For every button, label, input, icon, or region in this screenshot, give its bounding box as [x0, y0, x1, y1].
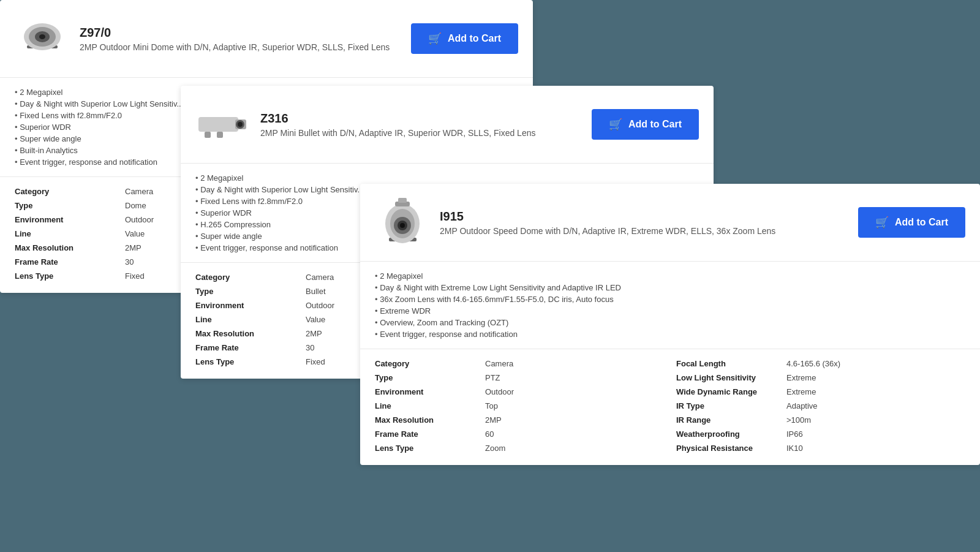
- feature-item: 2 Megapixel: [195, 173, 699, 183]
- spec-label: Max Resolution: [375, 415, 473, 425]
- bullet-camera-icon: [195, 106, 251, 143]
- ptz-camera-icon: [377, 192, 429, 253]
- add-to-cart-button-z316[interactable]: 🛒 Add to Cart: [592, 109, 699, 140]
- feature-item: 36x Zoom Lens with f4.6-165.6mm/F1.55-F5…: [375, 295, 965, 304]
- product-info-z97: Z97/0 2MP Outdoor Mini Dome with D/N, Ad…: [80, 26, 401, 52]
- product-description-z316: 2MP Mini Bullet with D/N, Adaptive IR, S…: [260, 128, 582, 138]
- spec-value: 4.6-165.6 (36x): [786, 359, 965, 368]
- cart-icon-z316: 🛒: [609, 118, 622, 131]
- spec-value: Adaptive: [786, 401, 965, 410]
- spec-label: Environment: [375, 387, 473, 396]
- spec-label: Physical Resistance: [676, 444, 774, 453]
- svg-rect-6: [198, 117, 238, 132]
- spec-label: Lens Type: [375, 444, 473, 453]
- spec-label: Type: [375, 373, 473, 382]
- product-model-z316: Z316: [260, 112, 582, 126]
- svg-rect-11: [217, 132, 223, 138]
- spec-label: Category: [375, 359, 473, 368]
- features-list-i915: 2 Megapixel Day & Night with Extreme Low…: [360, 262, 980, 349]
- add-to-cart-label-z316: Add to Cart: [628, 119, 682, 130]
- spec-label: IR Type: [676, 401, 774, 410]
- spec-label: Type: [195, 287, 293, 296]
- product-header-z316: Z316 2MP Mini Bullet with D/N, Adaptive …: [181, 86, 714, 164]
- feature-item: Event trigger, response and notification: [375, 330, 965, 339]
- spec-label: Line: [195, 315, 293, 324]
- feature-item: Day & Night with Extreme Low Light Sensi…: [375, 283, 965, 292]
- spec-label: Frame Rate: [195, 343, 293, 352]
- spec-label: Weatherproofing: [676, 429, 774, 439]
- feature-item: Extreme WDR: [375, 306, 965, 316]
- spec-value: Top: [485, 401, 664, 410]
- spec-label: Environment: [15, 215, 113, 224]
- add-to-cart-label-i915: Add to Cart: [895, 217, 948, 228]
- spec-label: Environment: [195, 301, 293, 310]
- cart-icon-i915: 🛒: [875, 216, 889, 229]
- spec-label: Category: [195, 273, 293, 282]
- svg-point-9: [238, 122, 243, 127]
- spec-value: 60: [485, 429, 664, 439]
- spec-value: Camera: [485, 359, 664, 368]
- product-info-i915: I915 2MP Outdoor Speed Dome with D/N, Ad…: [440, 210, 848, 236]
- spec-label: Max Resolution: [15, 243, 113, 252]
- product-image-i915: [375, 195, 430, 250]
- spec-label: Category: [15, 187, 113, 196]
- spec-label: Low Light Sensitivity: [676, 373, 774, 382]
- spec-value: IP66: [786, 429, 965, 439]
- spec-label: Focal Length: [676, 359, 774, 368]
- spec-label: Line: [15, 229, 113, 238]
- spec-value: 2MP: [485, 415, 664, 425]
- product-header-z97: Z97/0 2MP Outdoor Mini Dome with D/N, Ad…: [0, 0, 533, 78]
- spec-value: PTZ: [485, 373, 664, 382]
- add-to-cart-button-z97[interactable]: 🛒 Add to Cart: [411, 23, 518, 54]
- spec-value: Outdoor: [485, 387, 664, 396]
- dome-camera-icon: [18, 17, 67, 60]
- cart-icon-z97: 🛒: [428, 32, 442, 45]
- add-to-cart-label-z97: Add to Cart: [448, 33, 501, 44]
- product-header-i915: I915 2MP Outdoor Speed Dome with D/N, Ad…: [360, 184, 980, 262]
- add-to-cart-button-i915[interactable]: 🛒 Add to Cart: [858, 207, 965, 238]
- product-description-i915: 2MP Outdoor Speed Dome with D/N, Adaptiv…: [440, 226, 848, 236]
- spec-value: Extreme: [786, 387, 965, 396]
- svg-rect-20: [398, 198, 407, 203]
- spec-value: Extreme: [786, 373, 965, 382]
- spec-value: >100m: [786, 415, 965, 425]
- spec-label: Frame Rate: [375, 429, 473, 439]
- product-image-z97: [15, 11, 70, 66]
- spec-label: Max Resolution: [195, 329, 293, 338]
- product-image-z316: [195, 97, 251, 152]
- spec-value: IK10: [786, 444, 965, 453]
- svg-point-18: [400, 223, 405, 228]
- spec-label: Lens Type: [195, 357, 293, 366]
- spec-label: IR Range: [676, 415, 774, 425]
- product-model-i915: I915: [440, 210, 848, 224]
- feature-item: 2 Megapixel: [375, 271, 965, 281]
- spec-label: Line: [375, 401, 473, 410]
- product-card-i915: I915 2MP Outdoor Speed Dome with D/N, Ad…: [360, 184, 980, 465]
- feature-item: Overview, Zoom and Tracking (OZT): [375, 318, 965, 327]
- spec-label: Type: [15, 201, 113, 210]
- product-info-z316: Z316 2MP Mini Bullet with D/N, Adaptive …: [260, 112, 582, 138]
- svg-rect-10: [205, 132, 211, 138]
- spec-label: Wide Dynamic Range: [676, 387, 774, 396]
- product-model-z97: Z97/0: [80, 26, 401, 40]
- spec-label: Frame Rate: [15, 257, 113, 267]
- product-description-z97: 2MP Outdoor Mini Dome with D/N, Adaptive…: [80, 42, 401, 52]
- spec-value: Zoom: [485, 444, 664, 453]
- spec-label: Lens Type: [15, 271, 113, 281]
- specs-table-i915: Category Camera Focal Length 4.6-165.6 (…: [360, 349, 980, 465]
- svg-point-5: [39, 34, 45, 39]
